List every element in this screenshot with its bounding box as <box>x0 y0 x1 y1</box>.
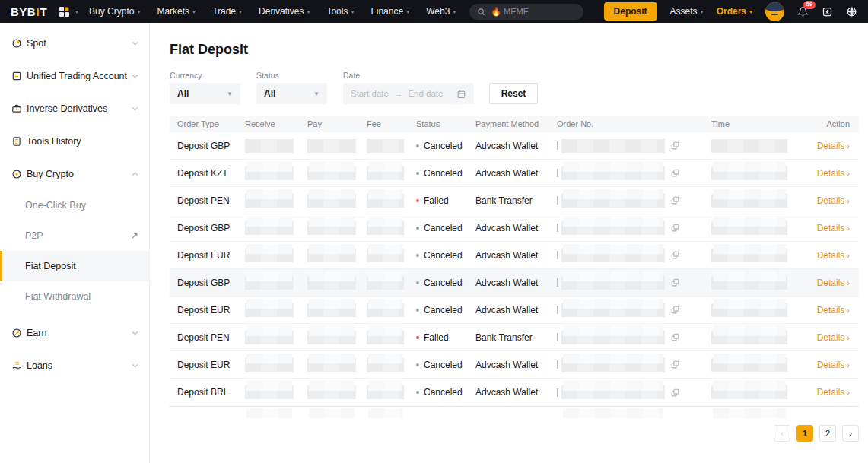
action-cell: Details› <box>789 360 859 370</box>
status-cell: Canceled <box>416 141 475 151</box>
chevron-down-icon: ▾ <box>137 8 140 15</box>
nav-item-markets[interactable]: Markets▾ <box>157 6 196 17</box>
details-link[interactable]: Details› <box>817 277 850 288</box>
status-cell: Failed <box>416 195 475 206</box>
user-avatar[interactable] <box>765 2 784 21</box>
payment-method-cell: Advcash Wallet <box>475 168 557 179</box>
copy-icon[interactable] <box>670 168 680 178</box>
payment-method-cell: Advcash Wallet <box>475 360 557 370</box>
currency-select[interactable]: All ▼ <box>170 83 240 104</box>
header-status: Status <box>416 119 475 128</box>
chevron-right-icon: › <box>847 169 850 178</box>
copy-icon[interactable] <box>670 195 680 205</box>
page-button-1[interactable]: 1 <box>796 425 813 442</box>
details-link[interactable]: Details› <box>817 141 850 151</box>
apps-grid-icon[interactable] <box>59 7 69 17</box>
sidebar-item-earn[interactable]: Earn <box>0 316 149 349</box>
copy-icon[interactable] <box>670 277 680 287</box>
nav-item-finance[interactable]: Finance▾ <box>370 6 409 17</box>
nav-item-trade[interactable]: Trade▾ <box>212 6 242 17</box>
details-link[interactable]: Details› <box>817 168 850 179</box>
redacted-value <box>557 196 558 205</box>
page-button-2[interactable]: 2 <box>819 425 836 442</box>
payment-method-cell: Advcash Wallet <box>475 223 557 233</box>
receive-cell <box>245 139 307 153</box>
sidebar-item-unified-trading-account[interactable]: Unified Trading Account <box>0 59 149 92</box>
details-link[interactable]: Details› <box>817 387 850 398</box>
sidebar-item-p2p[interactable]: P2P ↗ <box>0 220 149 251</box>
action-cell: Details› <box>789 332 859 343</box>
details-link[interactable]: Details› <box>817 332 850 343</box>
copy-icon[interactable] <box>670 223 680 233</box>
status-dot <box>416 309 419 312</box>
main-content: Fiat Deposit Currency All ▼ Status All ▼… <box>150 23 868 463</box>
sidebar-item-fiat-withdrawal[interactable]: Fiat Withdrawal <box>0 281 149 312</box>
search-input[interactable]: 🔥MEME <box>469 4 583 20</box>
nav-item-orders[interactable]: Orders▾ <box>717 6 752 17</box>
details-link[interactable]: Details› <box>817 305 850 316</box>
copy-icon[interactable] <box>670 388 680 398</box>
status-cell: Canceled <box>416 168 475 179</box>
details-link[interactable]: Details› <box>817 223 850 233</box>
filters-bar: Currency All ▼ Status All ▼ Date Start d… <box>170 71 859 104</box>
chevron-right-icon: › <box>847 388 850 397</box>
buy-crypto-icon <box>11 169 22 179</box>
sidebar-item-spot[interactable]: Spot <box>0 27 149 59</box>
order-type-cell: Deposit EUR <box>177 250 245 261</box>
details-link[interactable]: Details› <box>817 360 850 370</box>
order-type-cell: Deposit EUR <box>177 305 245 316</box>
copy-icon[interactable] <box>670 305 680 315</box>
fee-cell <box>367 139 416 153</box>
details-link[interactable]: Details› <box>817 250 850 261</box>
flame-icon: 🔥 <box>491 7 501 17</box>
payment-method-cell: Advcash Wallet <box>475 305 557 316</box>
download-button[interactable] <box>822 6 833 17</box>
header-fee: Fee <box>367 119 416 128</box>
order-type-cell: Deposit GBP <box>177 223 245 233</box>
status-select[interactable]: All ▼ <box>256 83 327 104</box>
order-type-cell: Deposit GBP <box>177 141 245 151</box>
reset-button[interactable]: Reset <box>489 83 538 104</box>
deposit-button[interactable]: Deposit <box>604 2 657 21</box>
chevron-up-icon <box>132 172 138 176</box>
bybit-logo[interactable]: BYBIT <box>11 5 47 18</box>
status-text: Canceled <box>424 141 463 151</box>
sidebar-item-loans[interactable]: Loans <box>0 349 149 382</box>
notification-badge: 59 <box>803 1 816 9</box>
nav-item-assets[interactable]: Assets▾ <box>670 6 704 17</box>
details-link[interactable]: Details› <box>817 195 850 206</box>
notifications-button[interactable]: 59 <box>797 6 809 17</box>
copy-icon[interactable] <box>670 332 680 342</box>
sidebar-item-tools-history[interactable]: Tools History <box>0 125 149 157</box>
language-button[interactable] <box>846 6 857 17</box>
header-payment-method: Payment Method <box>475 119 557 128</box>
nav-item-buy-crypto[interactable]: Buy Crypto▾ <box>89 6 140 17</box>
sidebar-item-inverse-derivatives[interactable]: Inverse Derivatives <box>0 92 149 125</box>
chevron-down-icon <box>132 41 138 46</box>
calendar-icon <box>456 89 466 99</box>
sidebar-item-fiat-deposit[interactable]: Fiat Deposit <box>0 251 149 281</box>
copy-icon[interactable] <box>670 360 680 369</box>
sidebar-item-label: Fiat Withdrawal <box>25 291 91 302</box>
copy-icon[interactable] <box>670 141 680 151</box>
prev-page-button[interactable]: ‹ <box>774 425 790 442</box>
logo-text: BYB <box>11 5 36 18</box>
sidebar-item-buy-crypto[interactable]: Buy Crypto <box>0 157 149 190</box>
chevron-right-icon: › <box>847 251 850 260</box>
action-cell: Details› <box>789 195 859 206</box>
nav-item-derivatives[interactable]: Derivatives▾ <box>259 6 310 17</box>
chevron-down-icon: ▾ <box>239 8 242 15</box>
search-placeholder: 🔥MEME <box>491 7 529 17</box>
nav-item-tools[interactable]: Tools▾ <box>326 6 354 17</box>
nav-item-web3[interactable]: Web3▾ <box>426 6 456 17</box>
page-title: Fiat Deposit <box>170 42 859 58</box>
next-page-button[interactable]: › <box>842 425 859 442</box>
copy-icon[interactable] <box>670 250 680 260</box>
date-range-picker[interactable]: Start date → End date <box>343 83 474 104</box>
sidebar-item-one-click-buy[interactable]: One-Click Buy <box>0 190 149 220</box>
date-filter-label: Date <box>343 71 474 80</box>
table-row: Deposit GBP Canceled Advcash Wallet Deta… <box>170 132 859 160</box>
order-type-cell: Deposit BRL <box>177 387 245 398</box>
status-cell: Failed <box>416 332 475 343</box>
sidebar: Spot Unified Trading Account Inverse Der… <box>0 23 150 463</box>
